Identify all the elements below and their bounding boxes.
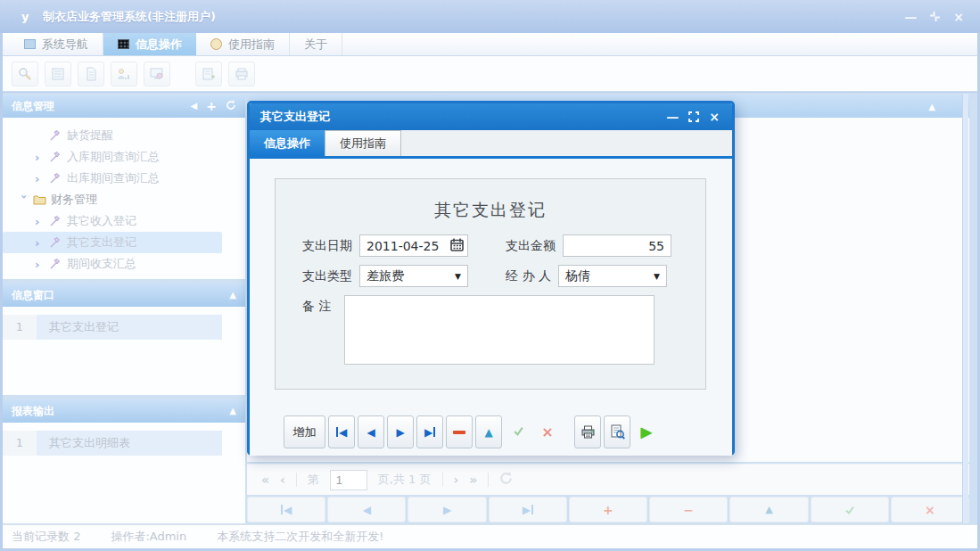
- collapse-left-icon[interactable]: ◀: [191, 102, 198, 111]
- close-icon[interactable]: ×: [953, 11, 964, 23]
- printer-icon: [581, 424, 596, 440]
- cancel-button[interactable]: ×: [534, 415, 561, 448]
- report-tool-icon: [49, 130, 65, 142]
- page-number-input[interactable]: [330, 470, 367, 490]
- refresh-icon[interactable]: [499, 472, 513, 488]
- cancel-record-button[interactable]: ×: [891, 497, 969, 522]
- expense-amount-input[interactable]: [563, 234, 671, 257]
- tab-system-nav[interactable]: 系统导航: [10, 33, 103, 55]
- chevron-right-icon[interactable]: ›: [35, 152, 49, 163]
- tab-about[interactable]: 关于: [290, 33, 342, 55]
- user-report-button[interactable]: [111, 62, 137, 86]
- dialog-close-icon[interactable]: ×: [709, 111, 720, 123]
- status-message: 本系统支持二次开发和全新开发!: [217, 529, 383, 545]
- tree-item-finance-folder[interactable]: › 财务管理: [3, 189, 245, 210]
- prev-record-button[interactable]: ◀: [358, 415, 384, 448]
- last-record-button[interactable]: ▶: [416, 415, 443, 448]
- expense-dialog: 其它支出登记 — × 信息操作 使用指南 其它支出登记 支出日期: [247, 101, 735, 456]
- new-record-button[interactable]: [195, 62, 222, 86]
- first-page-icon[interactable]: «: [261, 473, 269, 487]
- report-tool-icon: [49, 216, 65, 227]
- run-button[interactable]: ▶: [633, 415, 660, 448]
- pagination-bar: « ‹ 第 页,共 1 页 › »: [247, 464, 969, 495]
- dialog-title-bar[interactable]: 其它支出登记 — ×: [250, 103, 732, 130]
- tree-item-other-expense[interactable]: › 其它支出登记: [3, 232, 222, 253]
- calendar-icon[interactable]: [450, 238, 464, 254]
- print-button[interactable]: [228, 62, 255, 86]
- chevron-right-icon[interactable]: ›: [35, 173, 49, 185]
- save-record-button[interactable]: [811, 497, 889, 522]
- chevron-right-icon[interactable]: ›: [35, 216, 49, 227]
- info-window-row[interactable]: 1 其它支出登记: [3, 315, 245, 340]
- record-count: 当前记录数 2: [12, 529, 80, 545]
- dialog-body: 其它支出登记 支出日期 支出金额 支出类型: [250, 159, 732, 456]
- add-icon: +: [603, 503, 614, 517]
- monitor-button[interactable]: [144, 62, 170, 86]
- last-record-icon: ▶: [424, 426, 435, 439]
- play-icon: ▶: [641, 424, 652, 440]
- edit-record-button[interactable]: ▲: [729, 497, 808, 522]
- print-button[interactable]: [574, 415, 601, 448]
- prev-record-icon: ◀: [366, 426, 375, 439]
- check-icon: [844, 505, 855, 515]
- add-panel-icon[interactable]: +: [206, 102, 217, 111]
- dialog-tab-info-operation[interactable]: 信息操作: [250, 130, 325, 156]
- tree-item-inbound-summary[interactable]: › 入库期间查询汇总: [3, 146, 245, 168]
- panel-info-window: 信息窗口 ▲ 1 其它支出登记: [3, 284, 245, 395]
- first-record-button[interactable]: ◀: [328, 415, 355, 448]
- tree-item-other-income[interactable]: › 其它收入登记: [3, 210, 245, 232]
- add-button[interactable]: 增加: [284, 415, 325, 448]
- collapse-up-icon[interactable]: ▲: [229, 291, 236, 300]
- report-output-row[interactable]: 1 其它支出明细表: [3, 431, 245, 456]
- dialog-tab-user-guide[interactable]: 使用指南: [325, 130, 401, 156]
- dialog-toolbar: 增加 ◀ ◀ ▶ ▶ ▲ × ▶: [250, 415, 732, 448]
- restore-icon[interactable]: [929, 11, 941, 22]
- status-bar: 当前记录数 2 操作者:Admin 本系统支持二次开发和全新开发!: [3, 524, 977, 548]
- save-button[interactable]: [505, 415, 531, 448]
- tree-view: 缺货提醒 › 入库期间查询汇总 › 出库期间查询汇总 ›: [3, 118, 245, 279]
- clock-icon: [210, 38, 222, 50]
- tree-item-stock-alert[interactable]: 缺货提醒: [3, 125, 245, 146]
- window-title: 制衣店业务管理系统(非注册用户): [43, 9, 216, 25]
- tab-user-guide[interactable]: 使用指南: [196, 33, 290, 55]
- next-record-button[interactable]: ▶: [408, 497, 486, 522]
- dialog-minimize-icon[interactable]: —: [666, 111, 679, 123]
- collapse-up-icon[interactable]: ▲: [928, 102, 935, 111]
- tree-item-outbound-summary[interactable]: › 出库期间查询汇总: [3, 168, 245, 189]
- chevron-right-icon[interactable]: ›: [35, 259, 49, 270]
- prev-page-icon[interactable]: ‹: [280, 473, 285, 487]
- last-record-button[interactable]: ▶: [489, 497, 567, 522]
- minimize-icon[interactable]: —: [904, 11, 917, 23]
- prev-record-icon: ◀: [363, 504, 371, 516]
- search-button[interactable]: [12, 62, 38, 86]
- form-view-button[interactable]: [45, 62, 71, 86]
- edit-icon: ▲: [484, 426, 492, 439]
- delete-button[interactable]: [446, 415, 473, 448]
- vertical-scrollbar[interactable]: [962, 94, 968, 523]
- delete-record-button[interactable]: −: [649, 497, 728, 522]
- collapse-up-icon[interactable]: ▲: [229, 407, 236, 415]
- handler-select[interactable]: 杨倩 ▼: [558, 265, 667, 287]
- edit-button[interactable]: ▲: [475, 415, 502, 448]
- chevron-right-icon[interactable]: ›: [35, 237, 49, 249]
- prev-record-button[interactable]: ◀: [327, 497, 406, 522]
- next-record-button[interactable]: ▶: [387, 415, 414, 448]
- check-icon: [513, 425, 524, 440]
- first-record-button[interactable]: ◀: [247, 497, 325, 522]
- tab-info-operation[interactable]: 信息操作: [103, 33, 196, 55]
- preview-button[interactable]: [604, 415, 630, 448]
- refresh-icon[interactable]: [226, 100, 236, 112]
- last-page-icon[interactable]: »: [469, 473, 477, 487]
- dialog-tab-bar: 信息操作 使用指南: [250, 130, 732, 159]
- add-record-button[interactable]: +: [569, 497, 647, 522]
- tree-item-period-summary[interactable]: › 期间收支汇总: [3, 253, 245, 275]
- first-record-icon: ◀: [336, 426, 347, 439]
- document-button[interactable]: [78, 62, 104, 86]
- user-chart-icon: [117, 67, 131, 81]
- app-logo-icon: y: [21, 10, 36, 24]
- dialog-maximize-icon[interactable]: [688, 111, 699, 122]
- chevron-down-icon[interactable]: ›: [19, 194, 30, 206]
- next-page-icon[interactable]: ›: [454, 473, 459, 487]
- remark-textarea[interactable]: [344, 295, 655, 365]
- expense-type-select[interactable]: 差旅费 ▼: [359, 265, 468, 287]
